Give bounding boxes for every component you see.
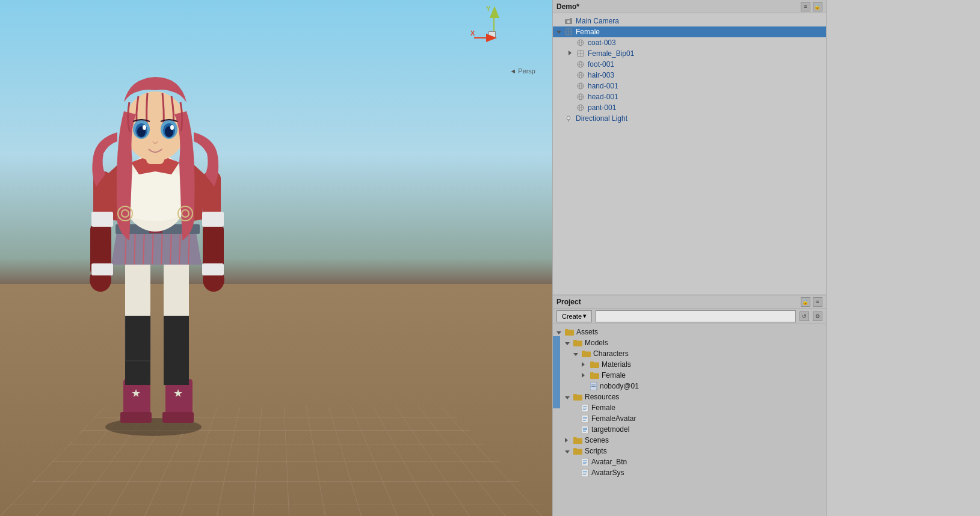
hierarchy-item-pant-001[interactable]: pant-001 (553, 102, 826, 113)
hierarchy-label-pant-001: pant-001 (588, 103, 616, 112)
project-label-femaleavatar: FemaleAvatar (591, 414, 636, 423)
proj-icon-targetmodel (582, 426, 589, 434)
hierarchy-label-hair-003: hair-003 (588, 71, 614, 79)
svg-text:★: ★ (173, 387, 183, 399)
perspective-label: ◄ Persp (510, 67, 535, 75)
project-toolbar: Create ▾ ↺ ⚙ (553, 309, 826, 324)
hierarchy-item-coat-003[interactable]: coat-003 (553, 37, 826, 48)
proj-icon-resources (573, 393, 582, 401)
project-item-assets[interactable]: Assets (553, 327, 826, 337)
hierarchy-lock-btn[interactable]: 🔒 (813, 2, 822, 11)
svg-rect-5 (162, 412, 194, 423)
svg-rect-22 (91, 263, 113, 275)
project-label-models: Models (585, 339, 608, 347)
hierarchy-label-hand-001: hand-001 (588, 82, 618, 90)
tree-arrow-female-bip01 (569, 51, 577, 57)
hierarchy-item-female[interactable]: Female (553, 26, 826, 37)
project-label-characters: Characters (593, 349, 629, 358)
svg-rect-21 (91, 212, 113, 227)
proj-icon-materials (590, 361, 599, 368)
svg-rect-11 (164, 259, 189, 316)
proj-arrow-female-folder (582, 371, 589, 379)
project-panel: Project 🔒 ≡ Create ▾ ↺ ⚙ AssetsModelsCha… (552, 295, 826, 516)
project-title: Project (556, 298, 581, 306)
proj-icon-scripts (573, 447, 582, 455)
project-label-resources: Resources (585, 393, 619, 401)
proj-icon-scenes (573, 437, 582, 444)
project-scrollbar-thumb[interactable] (553, 336, 560, 408)
project-item-characters[interactable]: Characters (553, 348, 826, 359)
tree-icon-mesh (577, 39, 585, 46)
proj-icon-femaleavatar (582, 415, 589, 423)
hierarchy-label-head-001: head-001 (588, 93, 618, 101)
proj-icon-female-folder (590, 372, 599, 379)
project-controls: 🔒 ≡ (801, 297, 822, 307)
project-item-female-res[interactable]: Female (553, 402, 826, 413)
project-search-input[interactable] (596, 310, 796, 322)
proj-arrow-models (565, 339, 572, 347)
project-item-female-folder[interactable]: Female (553, 370, 826, 381)
hierarchy-label-female: Female (576, 28, 600, 36)
extra-space (826, 0, 980, 516)
project-menu-btn[interactable]: ≡ (813, 297, 822, 307)
project-create-btn[interactable]: Create ▾ (556, 310, 592, 322)
proj-arrow-assets (556, 328, 564, 336)
svg-rect-2 (120, 412, 152, 423)
gizmo-x-arrow (486, 34, 497, 42)
svg-rect-23 (202, 212, 224, 227)
tree-icon-camera (565, 18, 573, 24)
proj-icon-characters (582, 350, 591, 357)
proj-icon-nobody01 (590, 382, 597, 390)
project-header: Project 🔒 ≡ (553, 295, 826, 309)
project-lock-btn[interactable]: 🔒 (801, 297, 810, 307)
project-label-scripts: Scripts (585, 447, 607, 455)
project-item-avatar-btn[interactable]: Avatar_Btn (553, 456, 826, 467)
svg-rect-10 (164, 313, 189, 385)
project-refresh-btn[interactable]: ↺ (800, 312, 809, 321)
gizmo-y-arrow (490, 6, 499, 18)
hierarchy-item-hand-001[interactable]: hand-001 (553, 81, 826, 91)
project-item-resources[interactable]: Resources (553, 392, 826, 402)
scene-gizmo[interactable]: Y X (468, 6, 516, 60)
hierarchy-item-main-camera[interactable]: Main Camera (553, 16, 826, 26)
project-item-targetmodel[interactable]: targetmodel (553, 424, 826, 435)
project-label-materials: Materials (602, 360, 631, 369)
right-panel: Demo* ≡ 🔒 Main CameraFemalecoat-003Femal… (552, 0, 826, 516)
project-item-materials[interactable]: Materials (553, 359, 826, 370)
create-dropdown-icon: ▾ (583, 312, 587, 320)
character-model: ★ ★ (60, 54, 253, 445)
tree-arrow-female (556, 29, 565, 35)
proj-arrow-scripts (565, 447, 572, 455)
tree-icon-mesh (577, 61, 585, 68)
project-item-scenes[interactable]: Scenes (553, 435, 826, 446)
project-item-femaleavatar[interactable]: FemaleAvatar (553, 413, 826, 424)
proj-arrow-scenes (565, 436, 572, 444)
proj-icon-avatarsys (582, 469, 589, 477)
gizmo-x-line (474, 37, 486, 38)
hierarchy-menu-btn[interactable]: ≡ (801, 2, 810, 11)
project-item-avatarsys[interactable]: AvatarSys (553, 467, 826, 478)
hierarchy-tree: Main CameraFemalecoat-003Female_Bip01foo… (553, 13, 826, 295)
project-label-female-res: Female (591, 404, 615, 412)
hierarchy-item-female-bip01[interactable]: Female_Bip01 (553, 48, 826, 59)
tree-icon-gameobject (577, 50, 585, 57)
tree-icon-mesh (577, 93, 585, 100)
project-item-nobody01[interactable]: nobody@01 (553, 381, 826, 392)
scene-viewport[interactable]: ★ ★ (0, 0, 552, 516)
svg-point-33 (143, 125, 146, 130)
hierarchy-item-hair-003[interactable]: hair-003 (553, 70, 826, 81)
proj-arrow-characters (573, 349, 581, 358)
project-settings-btn[interactable]: ⚙ (813, 312, 822, 321)
hierarchy-item-foot-001[interactable]: foot-001 (553, 59, 826, 70)
proj-icon-avatar-btn (582, 458, 589, 466)
project-item-scripts[interactable]: Scripts (553, 446, 826, 456)
hierarchy-label-foot-001: foot-001 (588, 60, 614, 69)
project-label-targetmodel: targetmodel (591, 425, 629, 434)
tree-icon-light (565, 115, 573, 122)
hierarchy-item-head-001[interactable]: head-001 (553, 91, 826, 102)
hierarchy-label-directional-light: Directional Light (576, 114, 627, 123)
hierarchy-item-directional-light[interactable]: Directional Light (553, 113, 826, 124)
project-label-assets: Assets (576, 328, 598, 336)
project-item-models[interactable]: Models (553, 337, 826, 348)
svg-text:★: ★ (131, 387, 141, 399)
